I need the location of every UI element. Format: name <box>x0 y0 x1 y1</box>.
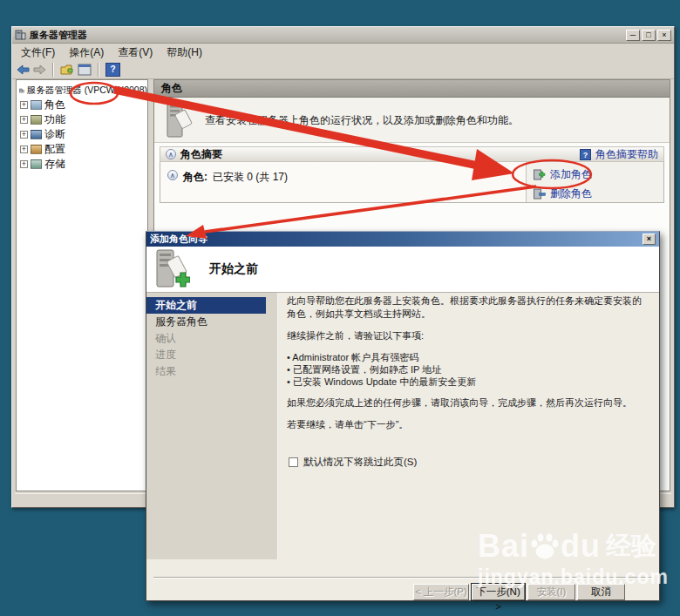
step-confirmation: 确认 <box>146 330 277 347</box>
tree-item-diagnostics[interactable]: + 诊断 <box>17 127 147 142</box>
add-roles-action[interactable]: 添加角色 <box>534 167 663 182</box>
remove-roles-action[interactable]: 删除角色 <box>534 186 663 201</box>
window-titlebar[interactable]: 服务器管理器 ─ □ × <box>12 27 674 44</box>
tree-item-label: 角色 <box>44 98 65 112</box>
console-tree: 服务器管理器 (VPCWIN2008) + 角色 + 功能 + 诊断 + 配置 <box>16 79 148 491</box>
tree-item-features[interactable]: + 功能 <box>17 112 147 127</box>
desktop: 服务器管理器 ─ □ × 文件(F) 操作(A) 查看(V) 帮助(H) <box>0 0 680 616</box>
tree-root-server-manager[interactable]: 服务器管理器 (VPCWIN2008) <box>17 83 147 98</box>
help-icon: ? <box>580 149 591 160</box>
roles-summary-title: 角色摘要 <box>180 147 222 162</box>
add-roles-icon <box>534 169 546 180</box>
roles-panel-title: 角色 <box>161 81 182 96</box>
menu-help[interactable]: 帮助(H) <box>160 45 209 60</box>
roles-panel-header: 角色 <box>154 80 670 98</box>
add-roles-wizard-icon <box>155 249 190 289</box>
roles-count-label: 角色: <box>183 170 207 185</box>
features-node-icon <box>31 115 42 125</box>
button-separator <box>153 577 652 579</box>
console-window-icon[interactable] <box>78 64 92 76</box>
roles-node-icon <box>31 100 42 110</box>
skip-page-label: 默认情况下将跳过此页(S) <box>303 456 417 469</box>
tree-item-configuration[interactable]: + 配置 <box>17 142 147 157</box>
remove-roles-icon <box>534 188 546 200</box>
menu-view[interactable]: 查看(V) <box>111 45 160 60</box>
expand-icon[interactable]: + <box>20 146 28 153</box>
collapse-icon[interactable]: ∧ <box>166 149 176 159</box>
step-server-roles[interactable]: 服务器角色 <box>146 314 277 330</box>
close-icon[interactable]: × <box>643 234 656 245</box>
toolbar-divider <box>98 63 99 77</box>
expand-icon[interactable]: + <box>20 131 28 139</box>
roles-description: 查看安装在服务器上角色的运行状况，以及添加或删除角色和功能。 <box>205 112 519 127</box>
wizard-page-title: 开始之前 <box>209 261 258 277</box>
roles-actions: 添加角色 删除角色 <box>526 162 663 202</box>
roles-summary-box: ∧ 角色: 已安装 0 (共 17) 添加角色 <box>160 162 664 203</box>
tree-item-label: 配置 <box>44 142 65 157</box>
remove-roles-link[interactable]: 删除角色 <box>550 186 592 201</box>
tree-item-label: 诊断 <box>44 127 65 142</box>
expand-icon[interactable]: + <box>20 116 28 124</box>
add-roles-link[interactable]: 添加角色 <box>550 167 592 182</box>
roles-summary-header: ∧ 角色摘要 ? 角色摘要帮助 <box>160 146 664 162</box>
roles-server-icon <box>167 101 193 138</box>
roles-summary-help-link[interactable]: 角色摘要帮助 <box>595 147 658 162</box>
wizard-note-text: 如果您必须完成上述的任何步骤，请取消该向导，完成步骤，然后再次运行向导。 <box>287 396 649 410</box>
checklist-item: • 已安装 Windows Update 中的最新安全更新 <box>287 376 649 388</box>
server-manager-node-icon <box>19 85 24 96</box>
tree-item-storage[interactable]: + 存储 <box>17 157 147 172</box>
close-button[interactable]: × <box>657 30 671 41</box>
wizard-intro-text: 此向导帮助您在此服务器上安装角色。根据要求此服务器执行的任务来确定要安装的角色，… <box>287 294 649 321</box>
checklist-item: • 已配置网络设置，例如静态 IP 地址 <box>287 363 649 376</box>
checklist-item: • Administrator 帐户具有强密码 <box>287 351 649 363</box>
wizard-titlebar[interactable]: 添加角色向导 × <box>146 232 659 247</box>
configuration-node-icon <box>31 145 42 154</box>
wizard-content: 此向导帮助您在此服务器上安装角色。根据要求此服务器执行的任务来确定要安装的角色，… <box>287 294 649 559</box>
roles-count-value: 已安装 0 (共 17) <box>213 170 288 185</box>
next-button[interactable]: 下一步(N) > <box>472 584 525 600</box>
expand-icon[interactable]: + <box>20 160 28 168</box>
minimize-button[interactable]: ─ <box>626 30 640 41</box>
window-title: 服务器管理器 <box>30 29 624 42</box>
collapse-icon[interactable]: ∧ <box>167 170 178 180</box>
menu-action[interactable]: 操作(A) <box>62 45 111 60</box>
step-progress: 进度 <box>146 347 277 363</box>
wizard-steps-nav: 开始之前 服务器角色 确认 进度 结果 <box>146 293 278 559</box>
expand-icon[interactable]: + <box>20 101 28 109</box>
checkbox-icon[interactable] <box>289 457 298 467</box>
diagnostics-node-icon <box>31 130 42 139</box>
back-arrow-icon[interactable] <box>17 64 30 75</box>
menu-bar: 文件(F) 操作(A) 查看(V) 帮助(H) <box>12 44 674 60</box>
tree-item-roles[interactable]: + 角色 <box>17 98 147 112</box>
storage-node-icon <box>31 159 42 169</box>
step-results: 结果 <box>146 363 277 380</box>
add-roles-wizard-dialog: 添加角色向导 × 开始之前 开始之前 服务器角色 确认 进度 结果 此向导帮助您… <box>146 231 660 601</box>
roles-summary-section: ∧ 角色摘要 ? 角色摘要帮助 ∧ 角色: 已安装 0 (共 17) <box>160 146 664 203</box>
cancel-button[interactable]: 取消 <box>577 584 625 600</box>
wizard-checklist: • Administrator 帐户具有强密码 • 已配置网络设置，例如静态 I… <box>287 351 649 388</box>
wizard-title: 添加角色向导 <box>150 233 207 246</box>
skip-page-option[interactable]: 默认情况下将跳过此页(S) <box>289 456 417 469</box>
menu-file[interactable]: 文件(F) <box>14 45 62 60</box>
roles-summary-help[interactable]: ? 角色摘要帮助 <box>580 147 658 162</box>
toolbar: ? <box>12 60 674 79</box>
wizard-continue-hint: 若要继续，请单击“下一步”。 <box>287 418 649 431</box>
roles-count-line: ∧ 角色: 已安装 0 (共 17) <box>160 162 526 202</box>
help-icon[interactable]: ? <box>105 63 120 77</box>
wizard-header: 开始之前 <box>146 247 659 293</box>
tree-item-label: 存储 <box>44 157 65 172</box>
install-button[interactable]: 安装(I) <box>527 584 575 600</box>
wizard-verify-heading: 继续操作之前，请验证以下事项: <box>287 329 649 342</box>
server-manager-icon <box>15 30 26 40</box>
toolbar-divider <box>52 63 54 77</box>
forward-arrow-icon[interactable] <box>33 64 46 75</box>
maximize-button[interactable]: □ <box>642 30 656 41</box>
export-list-icon[interactable] <box>60 64 74 76</box>
step-before-you-begin[interactable]: 开始之前 <box>146 297 266 314</box>
roles-description-strip: 查看安装在服务器上角色的运行状况，以及添加或删除角色和功能。 <box>154 98 670 143</box>
tree-item-label: 功能 <box>44 112 65 127</box>
tree-root-label: 服务器管理器 (VPCWIN2008) <box>27 85 147 97</box>
back-button[interactable]: < 上一步(P) <box>413 584 469 600</box>
